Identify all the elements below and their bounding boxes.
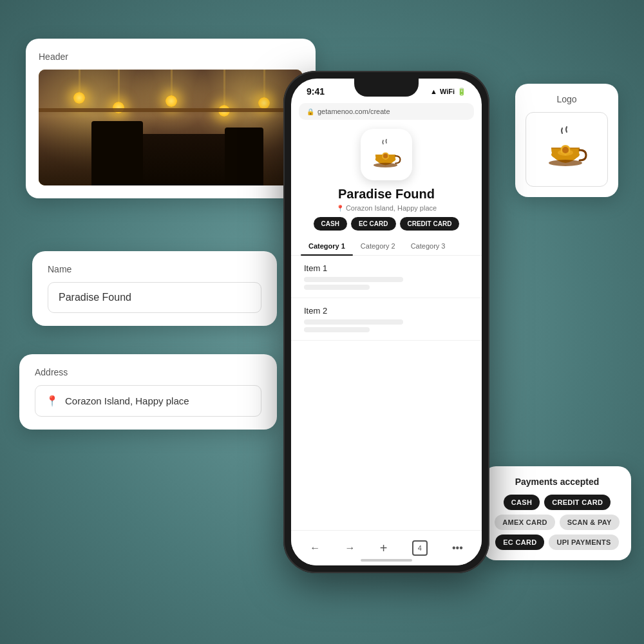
address-card: Address 📍 Corazon Island, Happy place [19,354,277,430]
cafe-background [39,70,303,185]
phone-coffee-svg [370,138,402,171]
category-tabs: Category 1 Category 2 Category 3 [291,237,482,256]
phone-notch [354,79,419,97]
machine-right [225,128,263,185]
bulb-5 [258,97,270,109]
phone-logo-container [291,129,482,180]
nav-forward[interactable]: → [345,542,355,554]
name-input[interactable]: Paradise Found [48,282,261,313]
bulb-wire-4 [223,70,225,108]
status-icons: ▲ WiFi 🔋 [430,88,466,96]
phone-tag-ec[interactable]: EC CARD [351,217,396,231]
url-text: getamenoo.com/create [317,108,390,115]
bulb-1 [73,92,85,104]
lock-icon: 🔒 [307,108,314,115]
svg-point-16 [374,163,397,167]
phone-time: 9:41 [307,86,325,97]
tag-upi[interactable]: UPI PAYMENTS [549,535,618,550]
phone-logo-badge [361,129,412,180]
address-value: Corazon Island, Happy place [65,395,189,406]
signal-icon: ▲ [430,88,437,95]
logo-card: Logo [515,84,618,197]
phone-pin-icon: 📍 [336,205,344,212]
payments-card: Payments accepted CASH CREDIT CARD AMEX … [483,466,631,560]
menu-item-2-bar-short [304,327,370,332]
header-image [39,70,303,185]
tag-cash[interactable]: CASH [504,495,540,510]
tab-category-1[interactable]: Category 1 [301,237,353,255]
logo-inner [526,112,608,187]
header-card: Header [26,39,316,198]
pin-icon: 📍 [46,395,59,407]
nav-tabs[interactable]: 4 [412,540,428,556]
bulb-wire-1 [79,70,80,95]
menu-item-2-bar [304,319,403,325]
phone-tag-cash[interactable]: CASH [314,217,347,231]
shelf [39,108,303,112]
bulb-wire-5 [263,70,265,100]
svg-point-7 [562,147,569,153]
header-card-label: Header [39,52,303,62]
phone-tag-credit[interactable]: CREDIT CARD [400,217,460,231]
menu-item-1-bar [304,277,403,282]
browser-bar[interactable]: 🔒 getamenoo.com/create [299,103,474,120]
name-card: Name Paradise Found [32,251,277,326]
tab-category-3[interactable]: Category 3 [403,237,453,255]
tab-category-2[interactable]: Category 2 [353,237,403,255]
name-card-label: Name [48,264,261,274]
address-input[interactable]: 📍 Corazon Island, Happy place [35,385,261,417]
tag-scan-pay[interactable]: SCAN & PAY [560,515,620,530]
phone-address-text: Corazon Island, Happy place [346,204,437,212]
battery-icon: 🔋 [457,88,466,96]
nav-more[interactable]: ••• [452,542,463,554]
bulb-wire-2 [118,70,120,105]
phone-screen: 9:41 ▲ WiFi 🔋 🔒 getamenoo.com/create [291,79,482,565]
nav-add[interactable]: + [380,541,388,556]
phone-frame: 9:41 ▲ WiFi 🔋 🔒 getamenoo.com/create [283,71,489,573]
tag-amex[interactable]: AMEX CARD [495,515,554,530]
logo-card-label: Logo [526,94,608,104]
bulb-wire-3 [171,70,173,99]
phone-restaurant-name: Paradise Found [291,187,482,202]
address-card-label: Address [35,367,261,377]
bulb-3 [166,95,177,107]
home-indicator [361,559,412,562]
menu-item-1-name: Item 1 [304,263,469,273]
wifi-icon: WiFi [440,88,455,95]
coffee-logo-svg [544,126,589,171]
tag-credit-card[interactable]: CREDIT CARD [544,495,611,510]
svg-point-15 [383,154,388,158]
phone-address: 📍 Corazon Island, Happy place [291,204,482,212]
payments-card-title: Payments accepted [495,477,620,487]
svg-point-8 [549,160,582,166]
machine-left [91,121,143,185]
menu-item-2-name: Item 2 [304,306,469,316]
payment-tags-container: CASH CREDIT CARD AMEX CARD SCAN & PAY EC… [495,495,620,550]
phone-content: Paradise Found 📍 Corazon Island, Happy p… [291,122,482,341]
tag-ec-card[interactable]: EC CARD [495,535,544,550]
menu-item-1-bar-short [304,285,370,290]
phone-payment-tags: CASH EC CARD CREDIT CARD [291,217,482,237]
nav-back[interactable]: ← [310,542,320,554]
menu-item-1: Item 1 [291,256,482,298]
menu-item-2: Item 2 [291,298,482,341]
